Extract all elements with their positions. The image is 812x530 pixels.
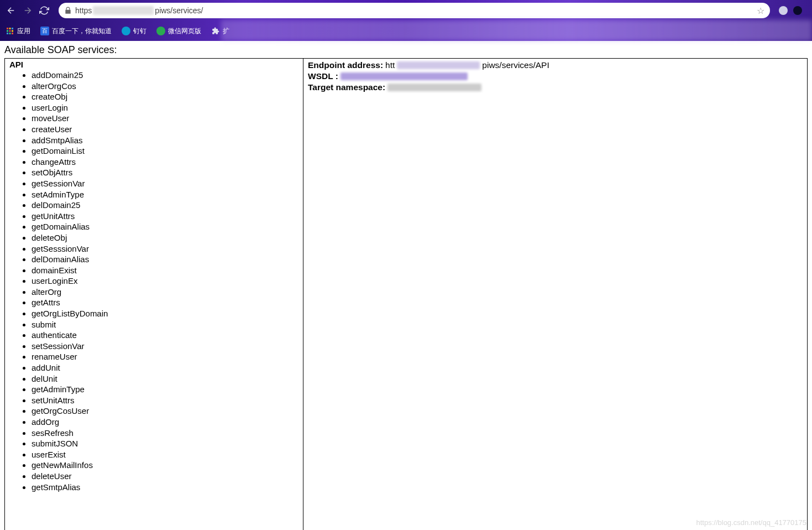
api-method-item: getAttrs bbox=[32, 297, 298, 308]
extension-icon-2[interactable] bbox=[793, 6, 802, 15]
api-method-item: submitJSON bbox=[32, 438, 298, 449]
back-button[interactable] bbox=[4, 4, 18, 17]
api-method-item: deleteUser bbox=[32, 471, 298, 482]
url-text: https piws/services/ bbox=[75, 6, 764, 15]
browser-chrome: https piws/services/ ☆ 应用 百 百度一下，你就知道 钉钉 bbox=[0, 0, 812, 41]
wsdl-label: WSDL : bbox=[308, 71, 338, 82]
api-method-item: getAdminType bbox=[32, 384, 298, 395]
api-method-item: setSessionVar bbox=[32, 341, 298, 352]
watermark: https://blog.csdn.net/qq_41770175 bbox=[696, 518, 807, 527]
api-method-item: alterOrgCos bbox=[32, 81, 298, 92]
svg-rect-2 bbox=[12, 28, 13, 29]
arrow-left-icon bbox=[6, 6, 16, 15]
forward-button[interactable] bbox=[21, 4, 34, 17]
browser-action-icons bbox=[773, 6, 808, 15]
api-method-item: renameUser bbox=[32, 351, 298, 362]
puzzle-icon bbox=[211, 27, 220, 35]
api-method-item: delUnit bbox=[32, 373, 298, 384]
api-method-item: setObjAttrs bbox=[32, 167, 298, 178]
bookmark-baidu[interactable]: 百 百度一下，你就知道 bbox=[40, 27, 112, 36]
api-column: API addDomain25alterOrgCoscreateObjuserL… bbox=[5, 59, 303, 530]
svg-rect-7 bbox=[9, 33, 11, 34]
api-method-item: userLoginEx bbox=[32, 276, 298, 287]
nav-bar: https piws/services/ ☆ bbox=[0, 0, 812, 21]
arrow-right-icon bbox=[23, 6, 33, 15]
api-method-item: delDomainAlias bbox=[32, 254, 298, 265]
reload-icon bbox=[39, 6, 49, 15]
info-column: Endpoint address: htt piws/services/API … bbox=[303, 59, 807, 530]
apps-button[interactable]: 应用 bbox=[6, 27, 30, 36]
address-bar[interactable]: https piws/services/ ☆ bbox=[59, 3, 770, 18]
lock-icon bbox=[64, 7, 72, 14]
svg-rect-5 bbox=[12, 30, 13, 32]
url-prefix: https bbox=[75, 6, 92, 15]
svg-rect-8 bbox=[12, 33, 13, 34]
bookmark-label: 微信网页版 bbox=[168, 27, 201, 36]
api-method-item: delDomain25 bbox=[32, 200, 298, 211]
api-method-item: setAdminType bbox=[32, 189, 298, 200]
svg-rect-3 bbox=[7, 30, 8, 32]
reload-button[interactable] bbox=[38, 4, 51, 17]
api-method-item: getSesssionVar bbox=[32, 243, 298, 254]
bookmark-label: 钉钉 bbox=[133, 27, 146, 36]
bookmark-wechat[interactable]: 微信网页版 bbox=[156, 27, 201, 36]
api-method-item: getDomainAlias bbox=[32, 221, 298, 232]
svg-rect-4 bbox=[9, 30, 11, 32]
bookmark-star-icon[interactable]: ☆ bbox=[757, 6, 764, 16]
svg-rect-1 bbox=[9, 28, 11, 29]
api-method-item: submit bbox=[32, 319, 298, 330]
page-title: Available SOAP services: bbox=[4, 44, 808, 58]
url-redacted bbox=[93, 6, 154, 15]
api-heading: API bbox=[9, 60, 298, 70]
svg-rect-6 bbox=[7, 33, 8, 34]
api-method-item: addDomain25 bbox=[32, 70, 298, 81]
endpoint-address-line: Endpoint address: htt piws/services/API bbox=[308, 60, 803, 71]
api-method-item: getNewMailInfos bbox=[32, 460, 298, 471]
api-method-item: authenticate bbox=[32, 330, 298, 341]
api-method-item: addOrg bbox=[32, 417, 298, 428]
wsdl-redacted bbox=[340, 72, 468, 80]
wsdl-line: WSDL : bbox=[308, 71, 803, 82]
bookmark-label: 百度一下，你就知道 bbox=[52, 27, 112, 36]
api-method-item: setUnitAttrs bbox=[32, 395, 298, 406]
apps-grid-icon bbox=[6, 27, 14, 35]
wechat-icon bbox=[156, 27, 165, 35]
api-method-item: domainExist bbox=[32, 265, 298, 276]
dingtalk-icon bbox=[122, 27, 130, 35]
api-method-item: getDomainList bbox=[32, 146, 298, 157]
api-method-item: deleteObj bbox=[32, 232, 298, 243]
api-method-item: getOrgCosUser bbox=[32, 406, 298, 417]
endpoint-redacted bbox=[397, 61, 480, 69]
api-method-item: moveUser bbox=[32, 113, 298, 124]
api-method-item: createUser bbox=[32, 124, 298, 135]
target-ns-redacted bbox=[387, 84, 481, 91]
api-method-list: addDomain25alterOrgCoscreateObjuserLogin… bbox=[9, 70, 298, 492]
url-suffix: piws/services/ bbox=[155, 6, 203, 15]
endpoint-label: Endpoint address: bbox=[308, 60, 383, 71]
theme-overlay bbox=[221, 20, 812, 41]
api-method-item: getSessionVar bbox=[32, 178, 298, 189]
endpoint-prefix: htt bbox=[385, 60, 395, 71]
api-method-item: addSmtpAlias bbox=[32, 135, 298, 146]
page-content: Available SOAP services: API addDomain25… bbox=[0, 41, 812, 530]
bookmark-label: 应用 bbox=[17, 27, 30, 36]
api-method-item: userExist bbox=[32, 449, 298, 460]
bookmark-dingtalk[interactable]: 钉钉 bbox=[122, 27, 146, 36]
svg-rect-0 bbox=[7, 28, 8, 29]
api-method-item: getOrgListByDomain bbox=[32, 308, 298, 319]
api-method-item: changeAttrs bbox=[32, 157, 298, 168]
target-namespace-line: Target namespace: bbox=[308, 82, 803, 93]
api-method-item: sesRefresh bbox=[32, 428, 298, 439]
target-ns-label: Target namespace: bbox=[308, 82, 385, 93]
api-method-item: addUnit bbox=[32, 362, 298, 373]
api-method-item: getUnitAttrs bbox=[32, 211, 298, 222]
endpoint-suffix: piws/services/API bbox=[482, 60, 549, 71]
api-method-item: createObj bbox=[32, 91, 298, 102]
api-method-item: getSmtpAlias bbox=[32, 482, 298, 493]
soap-services-table: API addDomain25alterOrgCoscreateObjuserL… bbox=[4, 58, 808, 530]
api-method-item: alterOrg bbox=[32, 287, 298, 298]
api-method-item: userLogin bbox=[32, 102, 298, 113]
baidu-icon: 百 bbox=[40, 27, 49, 35]
extension-icon-1[interactable] bbox=[779, 6, 788, 15]
